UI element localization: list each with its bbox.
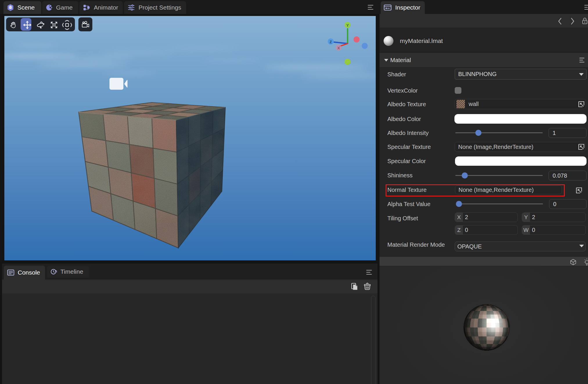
svg-text:X: X [337, 46, 340, 50]
svg-text:Y: Y [346, 23, 349, 28]
svg-text:Z: Z [330, 40, 332, 44]
